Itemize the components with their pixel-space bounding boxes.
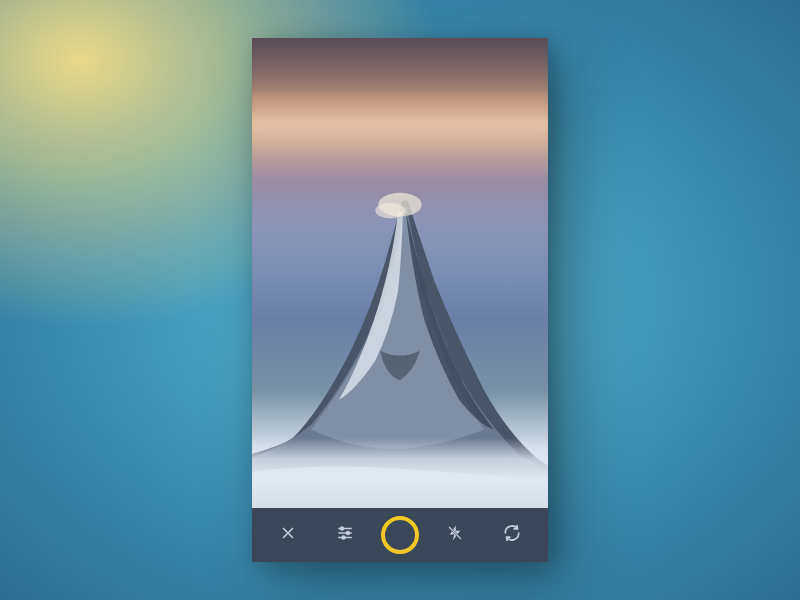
flash-off-icon xyxy=(446,524,464,546)
settings-button[interactable] xyxy=(325,515,365,555)
svg-point-6 xyxy=(346,532,349,535)
flash-button[interactable] xyxy=(435,515,475,555)
camera-app-frame xyxy=(252,38,548,562)
svg-point-7 xyxy=(342,536,345,539)
close-button[interactable] xyxy=(268,515,308,555)
sliders-icon xyxy=(336,524,354,546)
close-icon xyxy=(278,523,298,547)
svg-point-1 xyxy=(375,202,405,218)
refresh-icon xyxy=(502,523,522,547)
camera-viewfinder[interactable] xyxy=(252,38,548,508)
svg-point-5 xyxy=(340,527,343,530)
switch-camera-button[interactable] xyxy=(492,515,532,555)
camera-toolbar xyxy=(252,508,548,562)
foreground-snow xyxy=(252,438,548,509)
shutter-button[interactable] xyxy=(381,516,419,554)
